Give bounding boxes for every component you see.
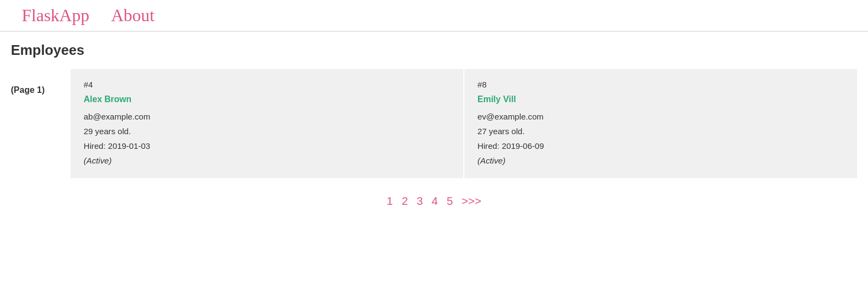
card-email-2: ev@example.com (477, 112, 844, 121)
card-age-2: 27 years old. (477, 127, 844, 136)
card-id-2: #8 (477, 80, 844, 89)
card-id-1: #4 (84, 80, 450, 89)
card-hired-2: Hired: 2019-06-09 (477, 141, 844, 150)
card-email-1: ab@example.com (84, 112, 450, 121)
page-link-next[interactable]: >>> (462, 194, 481, 208)
card-status-1: (Active) (84, 156, 450, 165)
card-age-1: 29 years old. (84, 127, 450, 136)
page-link-2[interactable]: 2 (401, 194, 408, 208)
page-label: (Page 1) (11, 69, 71, 95)
navbar-about-link[interactable]: About (111, 5, 154, 26)
page-link-3[interactable]: 3 (417, 194, 423, 208)
employee-card-2: #8 Emily Vill ev@example.com 27 years ol… (464, 69, 857, 178)
page-link-5[interactable]: 5 (446, 194, 453, 208)
page-title: Employees (11, 42, 857, 58)
card-name-2: Emily Vill (477, 95, 844, 104)
pagination: 1 2 3 4 5 >>> (11, 194, 857, 208)
employee-card-1: #4 Alex Brown ab@example.com 29 years ol… (71, 69, 463, 178)
cards-container: #4 Alex Brown ab@example.com 29 years ol… (71, 69, 857, 178)
page-link-4[interactable]: 4 (432, 194, 438, 208)
card-hired-1: Hired: 2019-01-03 (84, 141, 450, 150)
navbar: FlaskApp About (0, 0, 868, 32)
page-link-1[interactable]: 1 (387, 194, 393, 208)
card-status-2: (Active) (477, 156, 844, 165)
page-content: Employees (Page 1) #4 Alex Brown ab@exam… (0, 32, 868, 218)
employee-row: (Page 1) #4 Alex Brown ab@example.com 29… (11, 69, 857, 178)
card-name-1: Alex Brown (84, 95, 450, 104)
navbar-brand[interactable]: FlaskApp (22, 5, 89, 26)
